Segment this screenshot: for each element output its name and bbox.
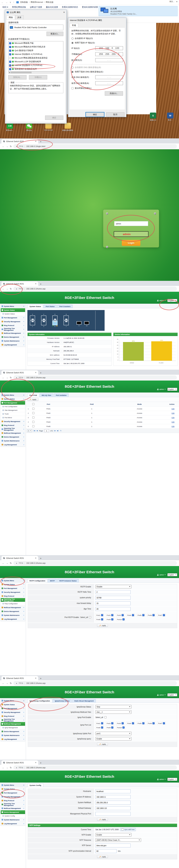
- advanced-button[interactable]: 高级(V)...: [105, 91, 123, 96]
- forward-icon[interactable]: →: [6, 766, 8, 769]
- back-icon[interactable]: ←: [2, 562, 4, 564]
- desktop-icon[interactable]: CM 爱快serv...: [3, 123, 16, 131]
- user-menu[interactable]: admin: [157, 388, 166, 390]
- port-checkbox-item[interactable]: Port5: [137, 722, 145, 725]
- sidebar-item[interactable]: Security Management∨: [1, 710, 25, 714]
- command-bar-item[interactable]: 更改此连接的设置: [82, 6, 98, 8]
- address-bar[interactable]: ▲不安全|192.168.0.1/home.asp: [13, 561, 177, 565]
- rj45-port-icon[interactable]: [52, 315, 58, 320]
- radio-auto-ip[interactable]: [71, 37, 74, 39]
- tab-close-icon[interactable]: ✕: [35, 677, 36, 679]
- forward-icon[interactable]: →: [6, 562, 8, 564]
- select-all-checkbox[interactable]: [32, 403, 34, 405]
- port-checkbox-item[interactable]: Port10: [116, 726, 126, 729]
- dns1-field[interactable]: . . .: [95, 75, 123, 79]
- sidebar-item[interactable]: Port Management∨: [1, 586, 25, 590]
- rstp-priority-input[interactable]: [96, 596, 131, 600]
- checkbox[interactable]: [101, 722, 103, 724]
- checkbox[interactable]: [101, 726, 103, 728]
- sync-with-host-button[interactable]: Sync with host: [120, 828, 136, 831]
- content-tab[interactable]: Port Counters: [57, 305, 72, 308]
- protocol-item[interactable]: QoS 数据包计划程序: [8, 49, 63, 53]
- next-page-icon[interactable]: ▶: [55, 430, 56, 432]
- browser-tab[interactable]: Ethernet Switch ROS✕: [1, 370, 38, 375]
- port-checkbox-item[interactable]: Port3: [116, 722, 124, 725]
- sidebar-item[interactable]: Rstp Configuration: [1, 602, 25, 606]
- last-page-icon[interactable]: ▶|: [57, 430, 59, 432]
- row-checkbox[interactable]: [32, 425, 34, 427]
- sfp-port-icon[interactable]: [84, 321, 89, 324]
- checkbox[interactable]: [9, 64, 11, 66]
- sidebar-item[interactable]: System Menu«: [1, 783, 25, 787]
- checkbox[interactable]: [9, 46, 11, 48]
- checkbox[interactable]: [121, 829, 123, 831]
- sidebar-item[interactable]: Port Mirror: [1, 416, 25, 420]
- port-checkbox-item[interactable]: Port2: [106, 722, 114, 725]
- desktop-icon[interactable]: S 美国5.13: [147, 113, 159, 121]
- ip-address-field[interactable]: 192 . 168 . 0 . 100: [95, 46, 123, 50]
- checkbox[interactable]: [101, 614, 103, 616]
- port-checkbox-item[interactable]: Port8: [96, 618, 104, 621]
- protocol-item[interactable]: Microsoft 网络客户端: [8, 41, 63, 45]
- checkbox[interactable]: [111, 618, 113, 620]
- prev-page-icon[interactable]: ◀: [36, 430, 38, 432]
- command-bar-item[interactable]: 组织 ▾: [2, 6, 8, 8]
- network-adapter-tile[interactable]: 以太网 未识别的网络 Realtek PCIe GbE Family Co...: [99, 6, 178, 16]
- content-tab[interactable]: IgmpSnoop Status: [52, 699, 72, 703]
- forward-icon[interactable]: →: [6, 145, 8, 148]
- command-bar-item[interactable]: 重命名此连接: [46, 6, 58, 8]
- tab-close-icon[interactable]: ✕: [35, 283, 36, 285]
- row-checkbox[interactable]: [32, 412, 34, 414]
- checkbox[interactable]: [122, 618, 124, 620]
- sidebar-item[interactable]: System Maintenance∨: [1, 439, 25, 443]
- protocol-item[interactable]: Microsoft 网络的文件和打印机共享: [8, 45, 63, 49]
- sidebar-item[interactable]: System Maintenance∨: [1, 339, 25, 343]
- rstp-age-time-input[interactable]: [96, 607, 131, 611]
- port-checkbox-item[interactable]: Port1: [96, 614, 104, 617]
- port-checkbox-item[interactable]: Port10: [116, 618, 126, 621]
- dialog-tab[interactable]: 网络: [6, 15, 15, 20]
- sidebar-item[interactable]: Device Management∨: [1, 730, 25, 734]
- checkbox[interactable]: [9, 57, 11, 59]
- content-tab[interactable]: Port Isolation: [54, 393, 69, 397]
- port-checkbox-item[interactable]: Port9: [106, 618, 114, 621]
- checkbox[interactable]: [9, 68, 11, 70]
- uninstall-button[interactable]: 卸载(U): [29, 75, 47, 80]
- sidebar-item[interactable]: System Config: [1, 814, 25, 818]
- language-select[interactable]: English: [168, 299, 177, 302]
- browser-tab[interactable]: Ethernet Switch ROS✕: [1, 282, 38, 286]
- radio-manual-dns[interactable]: [71, 71, 74, 73]
- hostname-input[interactable]: [96, 789, 131, 793]
- sidebar-item[interactable]: System Status: [1, 308, 25, 312]
- sidebar-item[interactable]: Log Management∨: [1, 443, 25, 447]
- igmp-status-select[interactable]: Stop: [96, 705, 132, 709]
- sidebar-item[interactable]: System Status∨: [1, 397, 25, 401]
- sidebar-item[interactable]: Spanning Tree Management∨: [1, 803, 25, 806]
- sidebar-item[interactable]: Trunk: [1, 412, 25, 416]
- sidebar-item[interactable]: System Maintenance∨: [1, 818, 25, 822]
- address-bar[interactable]: ▲ 不安全 | 192.168.0.1/login.html: [13, 144, 177, 149]
- gateway-field[interactable]: . . .: [95, 58, 123, 62]
- desktop-icon[interactable]: 成都交换机模块: [62, 123, 74, 131]
- sidebar-item[interactable]: Device Management∨: [1, 335, 25, 339]
- sidebar-item[interactable]: Ring Protocol∨: [1, 594, 25, 598]
- sidebar-item[interactable]: Port Management∨: [1, 791, 25, 795]
- scroll-left-icon[interactable]: ◀: [9, 72, 10, 73]
- port-checkbox-item[interactable]: Port5: [137, 614, 145, 617]
- port-checkbox-item[interactable]: Port2: [106, 614, 114, 617]
- new-tab-button[interactable]: +: [40, 762, 41, 765]
- sidebar-item[interactable]: Security Management∨: [1, 320, 25, 323]
- checkbox[interactable]: [132, 722, 134, 724]
- back-icon[interactable]: ←: [2, 376, 4, 379]
- sidebar-item[interactable]: Multicast Management∨: [1, 806, 25, 810]
- content-tab[interactable]: Port PVid: [27, 393, 39, 397]
- desktop-icon[interactable]: 腾讯QQ: [23, 123, 35, 131]
- sidebar-item[interactable]: Security Management∨: [1, 795, 25, 799]
- close-icon[interactable]: ✕: [176, 1, 178, 3]
- sidebar-item[interactable]: Ring Protocol∨: [1, 323, 25, 328]
- reload-icon[interactable]: ↻: [10, 145, 12, 148]
- user-menu[interactable]: admin: [157, 778, 166, 780]
- apply-button[interactable]: Apply: [97, 818, 108, 821]
- install-button[interactable]: 安装(N)...: [8, 75, 27, 80]
- row-checkbox[interactable]: [32, 416, 34, 418]
